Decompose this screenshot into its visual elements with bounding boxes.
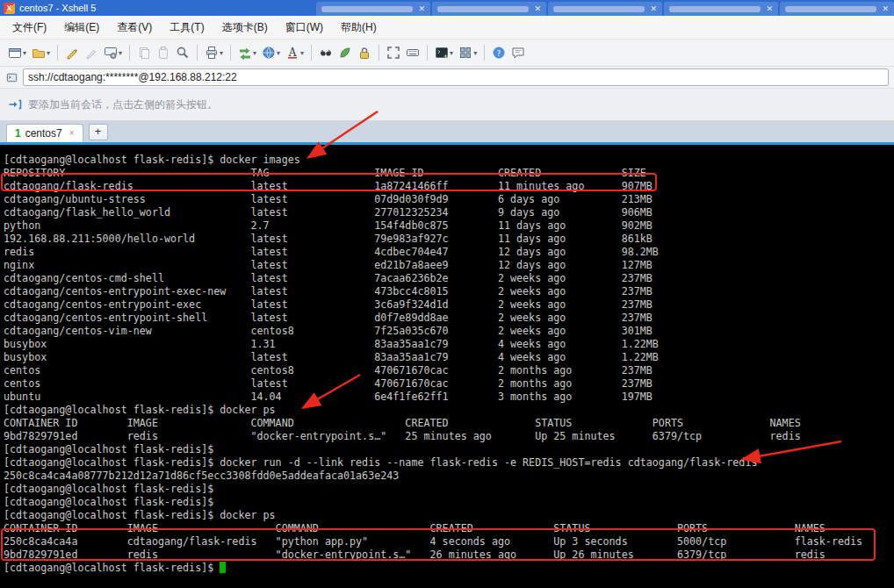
close-icon[interactable]: ✕ (418, 5, 425, 13)
file-transfer-icon (238, 46, 252, 60)
tile-windows-button[interactable]: ▾ (456, 42, 479, 63)
terminal-line: [cdtaogang@localhost flask-redis]$ (4, 443, 894, 456)
ssh-session-icon (5, 71, 18, 84)
terminal-line: [cdtaogang@localhost flask-redis]$ (4, 496, 894, 509)
paste-icon (156, 46, 170, 60)
menu-view[interactable]: 查看(V) (108, 17, 161, 39)
dropdown-caret-icon[interactable]: ▾ (277, 49, 280, 57)
new-session-button[interactable]: ▾ (5, 42, 29, 63)
lock-screen-icon (357, 46, 371, 60)
font-button[interactable]: ▾ (283, 42, 306, 63)
background-browser-tabs: ✕✕✕✕✕ (314, 0, 894, 16)
help-icon (492, 46, 506, 60)
terminal-line: 192.168.88.211:5000/hello-world latest 7… (4, 233, 894, 246)
toolbar-separator (484, 45, 485, 61)
terminal-line: busybox latest 83aa35aa1c79 4 weeks ago … (4, 351, 894, 364)
terminal-line: redis latest 4cdbec704e47 12 days ago 98… (4, 246, 894, 259)
menu-tools[interactable]: 工具(T) (161, 17, 213, 39)
menu-tab[interactable]: 选项卡(B) (213, 17, 277, 39)
titlebar-left: X centos7 - Xshell 5 (4, 0, 96, 16)
help-button[interactable] (489, 42, 508, 63)
background-browser-tab[interactable]: ✕ (432, 2, 546, 16)
xshell-window: X centos7 - Xshell 5 ✕✕✕✕✕ 文件(F)编辑(E)查看(… (0, 0, 894, 588)
quick-command-button[interactable] (335, 42, 355, 63)
terminal-line: centos latest 470671670cac 2 months ago … (4, 377, 894, 391)
paste-button (154, 42, 173, 63)
new-terminal-button[interactable]: ▾ (432, 42, 456, 63)
dropdown-caret-icon[interactable]: ▾ (47, 49, 50, 57)
terminal-line: python 2.7 154f4db0c875 11 days ago 902M… (4, 219, 894, 233)
new-session-icon (8, 46, 22, 60)
terminal-line: cdtaogang/centos-entrypoint-exec latest … (4, 298, 894, 312)
feedback-icon (511, 46, 525, 60)
new-tab-button[interactable]: + (89, 124, 108, 140)
view-mode-button[interactable] (316, 42, 335, 63)
background-browser-tab[interactable]: ✕ (780, 2, 894, 16)
terminal-line: 9bd7829791ed redis "docker-entrypoint.s…… (4, 549, 894, 562)
terminal[interactable]: [cdtaogang@localhost flask-redis]$ docke… (0, 145, 894, 588)
dropdown-caret-icon[interactable]: ▾ (253, 49, 256, 57)
menu-file[interactable]: 文件(F) (4, 17, 55, 39)
dropdown-caret-icon[interactable]: ▾ (119, 49, 122, 57)
find-button[interactable] (173, 42, 192, 63)
terminal-line: 250c8ca4ca4a cdtaogang/flask-redis "pyth… (4, 535, 894, 549)
terminal-line: cdtaogang/flask_hello_world latest 27701… (4, 206, 894, 219)
terminal-line: [cdtaogang@localhost flask-redis]$ docke… (4, 456, 894, 470)
titlebar: X centos7 - Xshell 5 ✕✕✕✕✕ (0, 0, 894, 16)
close-icon[interactable]: ✕ (882, 5, 889, 13)
menu-bar: 文件(F)编辑(E)查看(V)工具(T)选项卡(B)窗口(W)帮助(H) (0, 16, 894, 39)
file-transfer-button[interactable]: ▾ (235, 42, 259, 63)
fullscreen-icon (386, 46, 400, 60)
lock-screen-button[interactable] (355, 42, 374, 63)
terminal-line: [cdtaogang@localhost flask-redis]$ docke… (4, 154, 894, 167)
close-icon[interactable]: ✕ (650, 5, 657, 13)
terminal-line: cdtaogang/flask-redis latest 1a87241466f… (4, 180, 894, 193)
terminal-line: nginx latest ed21b7a8aee9 12 days ago 12… (4, 259, 894, 272)
menu-window[interactable]: 窗口(W) (277, 17, 332, 39)
edit-session-icon (65, 46, 79, 60)
dropdown-caret-icon[interactable]: ▾ (473, 49, 477, 57)
address-bar (0, 67, 894, 89)
hint-text: 要添加当前会话，点击左侧的箭头按钮。 (28, 97, 218, 112)
toolbar-separator (379, 45, 379, 61)
terminal-line: centos centos8 470671670cac 2 months ago… (4, 364, 894, 377)
xshell-logo-icon: X (4, 3, 15, 14)
new-terminal-icon (435, 46, 449, 60)
web-browser-button[interactable]: ▾ (259, 42, 283, 63)
session-tab-label: centos7 (25, 127, 62, 140)
tab-close-icon[interactable]: × (69, 129, 75, 138)
terminal-line: cdtaogang/centos-vim-new centos8 7f25a03… (4, 325, 894, 338)
session-properties-button[interactable]: ▾ (101, 42, 125, 63)
feedback-button[interactable] (508, 42, 528, 63)
close-icon[interactable]: ✕ (534, 5, 541, 13)
dropdown-caret-icon[interactable]: ▾ (23, 49, 26, 57)
copy-button (134, 42, 154, 63)
add-session-arrow-icon[interactable] (8, 97, 22, 111)
session-tab-centos7[interactable]: 1 centos7 × (6, 124, 83, 142)
menu-help[interactable]: 帮助(H) (332, 17, 386, 39)
background-browser-tab[interactable]: ✕ (316, 2, 430, 16)
terminal-line: cdtaogang/ubuntu-stress latest 07d9d030f… (4, 193, 894, 206)
fullscreen-button[interactable] (384, 42, 403, 63)
open-session-button[interactable]: ▾ (29, 42, 53, 63)
tab-title-ghost (553, 6, 645, 12)
dropdown-caret-icon[interactable]: ▾ (300, 49, 304, 57)
edit-session-button[interactable] (62, 42, 82, 63)
address-input[interactable] (23, 68, 889, 86)
virtual-keyboard-button[interactable] (403, 42, 422, 63)
toolbar: ▾▾▾▾▾▾▾▾▾ (0, 39, 894, 67)
background-browser-tab[interactable]: ✕ (664, 2, 778, 16)
find-icon (176, 46, 190, 60)
close-icon[interactable]: ✕ (766, 5, 773, 13)
background-browser-tab[interactable]: ✕ (548, 2, 662, 16)
dropdown-caret-icon[interactable]: ▾ (220, 49, 223, 57)
menu-edit[interactable]: 编辑(E) (55, 17, 108, 39)
terminal-line: ubuntu 14.04 6e4f1fe62ff1 3 months ago 1… (4, 391, 894, 404)
dropdown-caret-icon[interactable]: ▾ (450, 49, 453, 57)
toolbar-separator (57, 45, 58, 61)
web-browser-icon (262, 46, 276, 60)
toolbar-separator (427, 45, 428, 61)
toolbar-separator (197, 45, 198, 61)
font-icon (285, 46, 299, 60)
print-button[interactable]: ▾ (202, 42, 226, 63)
